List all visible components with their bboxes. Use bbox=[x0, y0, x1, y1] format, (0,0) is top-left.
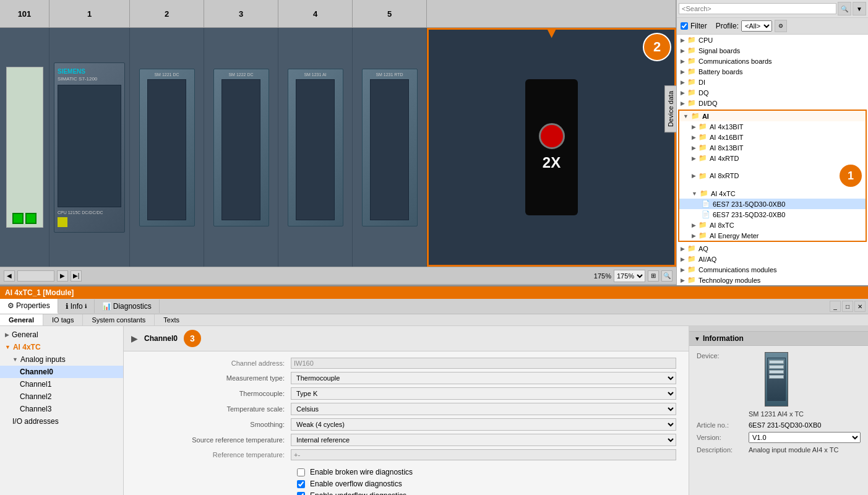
catalog-search-input[interactable] bbox=[679, 3, 836, 14]
tree-item-tech-modules[interactable]: ▶ 📁 Technology modules bbox=[677, 275, 868, 285]
ai-4xtc-arrow: ▼ bbox=[692, 191, 697, 197]
filter-checkbox[interactable] bbox=[681, 22, 688, 30]
selected-module-body: 2X bbox=[525, 79, 578, 215]
6es7-5qd30-label: 6ES7 231-5QD30-0XB0 bbox=[713, 200, 785, 208]
ai-aq-label: AI/AQ bbox=[698, 256, 716, 263]
nav-item-analog-inputs[interactable]: ▼ Analog inputs bbox=[0, 353, 123, 366]
filter-settings-btn[interactable]: ⚙ bbox=[775, 20, 787, 32]
zoom-select[interactable]: 175% 100% 150% 200% bbox=[614, 270, 645, 282]
tree-item-comm-boards[interactable]: ▶ 📁 Communications boards bbox=[677, 56, 868, 66]
zoom-label: 175% bbox=[594, 272, 611, 280]
temperature-scale-select[interactable]: Celsius Fahrenheit bbox=[291, 403, 676, 415]
overflow-checkbox[interactable] bbox=[297, 480, 305, 488]
toolbar-scroll[interactable] bbox=[17, 270, 54, 282]
sub-tab-system-constants[interactable]: System constants bbox=[83, 314, 155, 325]
step2-badge: 2 bbox=[643, 33, 671, 61]
nav-item-io-addresses[interactable]: I/O addresses bbox=[0, 415, 123, 428]
toolbar-nav-right[interactable]: ▶| bbox=[71, 270, 82, 282]
ai-aq-icon: 📁 bbox=[687, 255, 696, 263]
tree-item-aq[interactable]: ▶ 📁 AQ bbox=[677, 243, 868, 254]
nav-general-arrow: ▶ bbox=[5, 332, 9, 338]
sub-tab-io-tags[interactable]: IO tags bbox=[43, 314, 83, 325]
slot-label-101: 101 bbox=[0, 0, 49, 27]
device-image-area: SM 1231 AI4 x TC bbox=[749, 352, 804, 418]
tree-item-ai[interactable]: ▼ 📁 AI bbox=[679, 111, 866, 121]
nav-channel0-label: Channel0 bbox=[20, 368, 53, 376]
nav-item-channel1[interactable]: Channel1 bbox=[0, 378, 123, 390]
comm-boards-arrow: ▶ bbox=[681, 58, 685, 64]
device-toolbar: ◀ ▶ ▶| 175% 175% 100% 150% 200% ⊞ 🔍 bbox=[0, 267, 676, 284]
nav-item-general[interactable]: ▶ General bbox=[0, 329, 123, 341]
info-scrollbar-top bbox=[689, 326, 868, 331]
version-select[interactable]: V1.0 bbox=[749, 432, 861, 443]
ai-energy-arrow: ▶ bbox=[692, 233, 696, 239]
tree-item-comm-modules[interactable]: ▶ 📁 Communications modules bbox=[677, 264, 868, 275]
overflow-label: Enable overflow diagnostics bbox=[310, 480, 402, 488]
module-cpu[interactable]: SIEMENS SIMATIC S7-1200 CPU 1215C DC/DC/… bbox=[49, 28, 130, 267]
signal-boards-icon: 📁 bbox=[687, 46, 696, 54]
thermocouple-select[interactable]: Type K Type J Type E Type N Type T bbox=[291, 387, 676, 400]
tree-item-ai-4xtc[interactable]: ▼ 📁 AI 4xTC bbox=[679, 188, 866, 199]
source-ref-select[interactable]: Internal reference External reference bbox=[291, 434, 676, 446]
tab-diagnostics[interactable]: 📊 Diagnostics bbox=[95, 299, 160, 313]
tree-item-ai-8xtc[interactable]: ▶ 📁 AI 8xTC bbox=[679, 220, 866, 230]
underflow-checkbox[interactable] bbox=[297, 492, 305, 496]
measurement-type-select[interactable]: Thermocouple Voltage Disabled bbox=[291, 372, 676, 384]
nav-item-ai4xtc[interactable]: ▼ AI 4xTC bbox=[0, 341, 123, 353]
tree-item-di[interactable]: ▶ 📁 DI bbox=[677, 77, 868, 87]
ai-4x16bit-icon: 📁 bbox=[698, 133, 707, 141]
tree-item-dq[interactable]: ▶ 📁 DQ bbox=[677, 87, 868, 98]
tree-item-ai-8xrtd[interactable]: ▶ 📁 AI 8xRTD 1 bbox=[679, 163, 866, 188]
tab-properties[interactable]: ⚙ Properties bbox=[0, 299, 58, 314]
prop-maximize-btn[interactable]: □ bbox=[842, 301, 853, 312]
slot-label-5: 5 bbox=[353, 0, 427, 27]
toolbar-next-btn[interactable]: ▶ bbox=[57, 270, 68, 282]
channel-address-input bbox=[291, 358, 676, 369]
tree-item-ai-4x13bit[interactable]: ▶ 📁 AI 4x13BIT bbox=[679, 121, 866, 132]
toolbar-zoom-btn[interactable]: 🔍 bbox=[661, 270, 672, 282]
ai-4xrtd-icon: 📁 bbox=[698, 154, 707, 162]
ai-4xrtd-arrow: ▶ bbox=[692, 155, 696, 161]
module-slot-1[interactable]: SM 1221 DC bbox=[130, 28, 204, 267]
aq-arrow: ▶ bbox=[681, 246, 685, 252]
module-slot-4[interactable]: SM 1231 RTD bbox=[353, 28, 427, 267]
profile-select[interactable]: <All> bbox=[741, 20, 772, 32]
sub-tab-general[interactable]: General bbox=[0, 314, 43, 325]
tree-item-ai-8x13bit[interactable]: ▶ 📁 AI 8x13BIT bbox=[679, 142, 866, 153]
prop-close-btn[interactable]: ✕ bbox=[854, 301, 866, 312]
module-slot-3[interactable]: SM 1231 AI bbox=[278, 28, 353, 267]
tree-item-cpu[interactable]: ▶ 📁 CPU bbox=[677, 35, 868, 45]
broken-wire-checkbox[interactable] bbox=[297, 468, 305, 476]
module-101[interactable] bbox=[0, 28, 49, 267]
smoothing-select[interactable]: Weak (4 cycles) None Medium (16 cycles) … bbox=[291, 418, 676, 431]
tree-item-di-dq[interactable]: ▶ 📁 DI/DQ bbox=[677, 98, 868, 108]
aq-label: AQ bbox=[698, 245, 708, 252]
module-slot-2[interactable]: SM 1222 DC bbox=[204, 28, 278, 267]
ai-8x13bit-icon: 📁 bbox=[698, 144, 707, 152]
tree-item-ai-4x16bit[interactable]: ▶ 📁 AI 4x16BIT bbox=[679, 132, 866, 142]
device-data-tab[interactable]: Device data bbox=[664, 85, 676, 132]
tree-item-ai-4xrtd[interactable]: ▶ 📁 AI 4xRTD bbox=[679, 153, 866, 163]
information-section-header: ▼ Information bbox=[689, 331, 868, 346]
catalog-search-options-btn[interactable]: ▼ bbox=[853, 2, 866, 15]
prop-minimize-btn[interactable]: _ bbox=[830, 301, 841, 312]
tree-item-battery-boards[interactable]: ▶ 📁 Battery boards bbox=[677, 66, 868, 77]
nav-item-channel3[interactable]: Channel3 bbox=[0, 403, 123, 415]
nav-item-channel2[interactable]: Channel2 bbox=[0, 390, 123, 403]
underflow-label: Enable underflow diagnostics bbox=[310, 491, 406, 495]
tab-info[interactable]: ℹ Info ℹ bbox=[58, 299, 95, 313]
tree-item-ai-aq[interactable]: ▶ 📁 AI/AQ bbox=[677, 254, 868, 264]
toolbar-prev-btn[interactable]: ◀ bbox=[4, 270, 15, 282]
sub-tabs-bar: General IO tags System constants Texts bbox=[0, 314, 868, 326]
tree-item-signal-boards[interactable]: ▶ 📁 Signal boards bbox=[677, 45, 868, 56]
properties-header: AI 4xTC_1 [Module] bbox=[0, 286, 868, 299]
module-slot-selected[interactable]: ▼ 2X 2 bbox=[427, 28, 676, 267]
tree-item-6es7-5qd32[interactable]: 📄 6ES7 231-5QD32-0XB0 bbox=[679, 209, 866, 220]
tree-item-6es7-5qd30[interactable]: 📄 6ES7 231-5QD30-0XB0 bbox=[679, 199, 866, 209]
toolbar-fit-btn[interactable]: ⊞ bbox=[648, 270, 659, 282]
nav-item-channel0[interactable]: Channel0 bbox=[0, 366, 123, 378]
channel-expand-arrow[interactable]: ▶ bbox=[131, 334, 138, 343]
tree-item-ai-energy[interactable]: ▶ 📁 AI Energy Meter bbox=[679, 230, 866, 241]
sub-tab-texts[interactable]: Texts bbox=[155, 314, 188, 325]
catalog-search-btn[interactable]: 🔍 bbox=[838, 2, 851, 15]
